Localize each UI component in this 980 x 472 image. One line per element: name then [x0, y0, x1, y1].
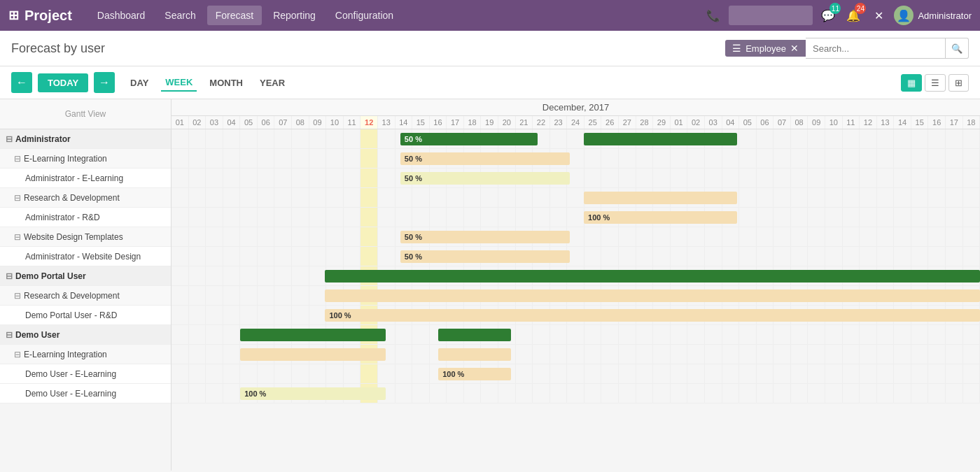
filter-remove-icon[interactable]: ✕ [790, 43, 799, 54]
gantt-cell [619, 364, 636, 383]
gantt-cell [739, 149, 757, 168]
gantt-cell [791, 149, 808, 168]
gantt-cell [189, 208, 206, 227]
nav-configuration[interactable]: Configuration [327, 6, 402, 25]
collapse-icon[interactable]: ⊟ [6, 271, 13, 281]
gantt-cells [172, 247, 980, 266]
gantt-cell [946, 325, 963, 344]
gantt-cell [601, 384, 619, 403]
gantt-cell [808, 384, 825, 403]
gantt-cell [619, 384, 636, 403]
collapse-icon[interactable]: ⊟ [6, 330, 13, 340]
gantt-cell [567, 384, 584, 403]
gantt-cell [687, 364, 705, 383]
user-menu[interactable]: 👤 Administrator [894, 6, 972, 25]
day-header: 29 [653, 116, 671, 129]
collapse-icon[interactable]: ⊟ [14, 291, 21, 301]
gantt-cell [223, 325, 241, 344]
period-day[interactable]: DAY [126, 74, 153, 92]
collapse-icon[interactable]: ⊟ [14, 232, 21, 242]
gantt-cell [378, 129, 396, 148]
period-week[interactable]: WEEK [161, 74, 197, 92]
gantt-cell [533, 384, 550, 403]
gantt-cell [928, 364, 946, 383]
view-grid[interactable]: ⊞ [948, 74, 969, 92]
collapse-icon[interactable]: ⊟ [14, 350, 21, 359]
collapse-icon[interactable]: ⊟ [14, 154, 21, 164]
gantt-cell [877, 247, 895, 266]
filter-search-input[interactable] [806, 38, 946, 59]
phone-icon[interactable]: 📞 [704, 6, 723, 25]
gantt-cell [894, 188, 911, 207]
gantt-timeline-header: December, 2017 0102030405060708091011121… [172, 99, 980, 129]
gantt-cell [412, 345, 430, 364]
nav-dashboard[interactable]: Dashboard [89, 6, 154, 25]
gantt-cell [550, 384, 568, 403]
day-header: 21 [516, 116, 533, 129]
gantt-cell [825, 364, 843, 383]
gantt-cell [172, 325, 189, 344]
messages-icon[interactable]: 💬 11 [818, 6, 838, 25]
gantt-cell [774, 149, 791, 168]
view-list[interactable]: ☰ [925, 74, 946, 92]
topbar-right: 📞 💬 11 🔔 24 ✕ 👤 Administrator [704, 6, 972, 25]
gantt-cell [258, 169, 275, 187]
gantt-rows-labels: ⊟ Administrator ⊟ E-Learning Integration… [0, 129, 172, 471]
next-btn[interactable]: → [94, 72, 115, 93]
gantt-cell [894, 364, 911, 383]
prev-btn[interactable]: ← [11, 72, 32, 93]
close-icon[interactable]: ✕ [869, 6, 888, 25]
gantt-bar [325, 289, 980, 302]
gantt-cell [447, 384, 464, 403]
period-month[interactable]: MONTH [205, 74, 247, 92]
gantt-cell [687, 149, 705, 168]
today-btn[interactable]: TODAY [38, 73, 88, 92]
gantt-cell [739, 208, 757, 227]
gantt-cell [671, 227, 688, 246]
gantt-cell [705, 227, 722, 246]
nav-forecast[interactable]: Forecast [207, 6, 262, 25]
gantt-cell [705, 325, 722, 344]
gantt-cell [808, 188, 825, 207]
nav-reporting[interactable]: Reporting [265, 6, 324, 25]
period-year[interactable]: YEAR [255, 74, 289, 92]
collapse-icon[interactable]: ⊟ [6, 134, 13, 144]
gantt-cell [739, 384, 757, 403]
gantt-cell [774, 384, 791, 403]
view-gantt[interactable]: ▦ [901, 74, 922, 92]
gantt-cell [223, 129, 241, 148]
gantt-cell [894, 227, 911, 246]
gantt-cell [860, 247, 877, 266]
day-header: 02 [687, 116, 705, 129]
gantt-cell [189, 247, 206, 266]
notifications-icon[interactable]: 🔔 24 [844, 6, 863, 25]
topbar-search[interactable] [729, 6, 813, 25]
gantt-cell [309, 208, 327, 227]
gantt-cell [396, 345, 413, 364]
gantt-cell [206, 325, 223, 344]
gantt-cell [963, 208, 980, 227]
search-icon[interactable]: 🔍 [946, 38, 969, 59]
page-header: Forecast by user ☰ Employee ✕ 🔍 [0, 31, 980, 66]
collapse-icon[interactable]: ⊟ [14, 193, 21, 203]
row-label-demo-portal: ⊟ Demo Portal User [0, 266, 172, 285]
gantt-cell [946, 364, 963, 383]
gantt-cell [619, 149, 636, 168]
gantt-cell [533, 345, 550, 364]
table-row: ⊟ Research & Development [0, 188, 171, 208]
gantt-row-chart-web: 50 % [172, 227, 980, 247]
nav-search[interactable]: Search [156, 6, 204, 25]
gantt-cell [825, 208, 843, 227]
gantt-cell [791, 384, 808, 403]
gantt-cell [911, 188, 929, 207]
gantt-cell [774, 169, 791, 187]
user-name: Administrator [918, 10, 972, 21]
gantt-bar: 50 % [400, 172, 570, 185]
day-header: 09 [309, 116, 327, 129]
gantt-cell [894, 384, 911, 403]
gantt-cell [240, 149, 258, 168]
gantt-cell [326, 129, 344, 148]
gantt-cell [292, 169, 309, 187]
day-header: 10 [326, 116, 344, 129]
day-header: 19 [481, 116, 498, 129]
